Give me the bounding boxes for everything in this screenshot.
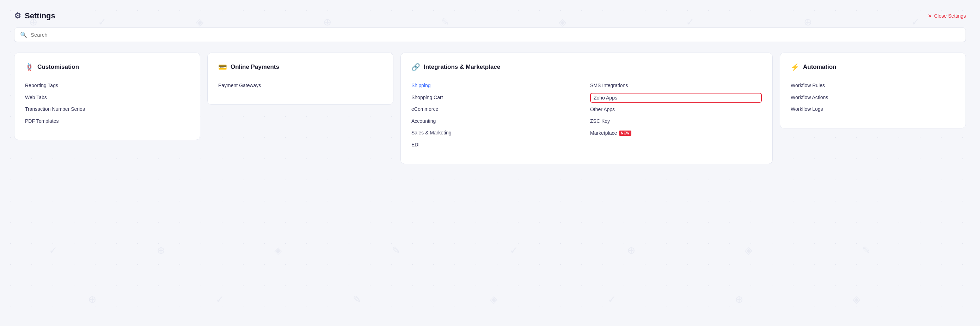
sales-marketing-link[interactable]: Sales & Marketing [411, 127, 583, 139]
zoho-apps-link[interactable]: Zoho Apps [590, 93, 762, 103]
search-container: 🔍 [14, 27, 966, 42]
integrations-col-left: Shipping Shopping Cart eCommerce Account… [411, 80, 583, 151]
reporting-tags-link[interactable]: Reporting Tags [25, 80, 189, 92]
integrations-title: Integrations & Marketplace [424, 64, 500, 70]
payment-gateways-link[interactable]: Payment Gateways [218, 80, 382, 92]
integrations-card: 🔗 Integrations & Marketplace Shipping Sh… [401, 53, 773, 164]
integrations-card-header: 🔗 Integrations & Marketplace [411, 63, 762, 71]
new-badge: NEW [619, 131, 632, 136]
automation-card-header: ⚡ Automation [791, 63, 955, 71]
automation-icon: ⚡ [791, 63, 800, 71]
online-payments-card: 💳 Online Payments Payment Gateways [207, 53, 393, 105]
transaction-number-series-link[interactable]: Transaction Number Series [25, 103, 189, 115]
search-bar: 🔍 [14, 27, 966, 42]
page-wrapper: ⚙ Settings ✕ Close Settings 🔍 🪢 Customis… [0, 0, 980, 178]
automation-title: Automation [803, 64, 836, 70]
online-payments-card-header: 💳 Online Payments [218, 63, 382, 71]
header: ⚙ Settings ✕ Close Settings [14, 7, 966, 27]
zoho-apps-label: Zoho Apps [593, 95, 617, 101]
zsc-key-link[interactable]: ZSC Key [590, 115, 762, 127]
web-tabs-link[interactable]: Web Tabs [25, 92, 189, 104]
marketplace-item: Marketplace NEW [590, 127, 762, 139]
customisation-title: Customisation [37, 64, 79, 70]
shipping-link[interactable]: Shipping [411, 80, 583, 92]
workflow-logs-link[interactable]: Workflow Logs [791, 103, 955, 115]
sms-integrations-link[interactable]: SMS Integrations [590, 80, 762, 92]
ecommerce-link[interactable]: eCommerce [411, 103, 583, 115]
online-payments-title: Online Payments [231, 64, 279, 70]
shopping-cart-link[interactable]: Shopping Cart [411, 92, 583, 104]
edi-link[interactable]: EDI [411, 139, 583, 151]
close-settings-label: Close Settings [934, 13, 966, 19]
pdf-templates-link[interactable]: PDF Templates [25, 115, 189, 127]
search-icon: 🔍 [20, 31, 27, 38]
automation-card: ⚡ Automation Workflow Rules Workflow Act… [780, 53, 966, 128]
workflow-rules-link[interactable]: Workflow Rules [791, 80, 955, 92]
customisation-card: 🪢 Customisation Reporting Tags Web Tabs … [14, 53, 200, 140]
accounting-link[interactable]: Accounting [411, 115, 583, 127]
page-title: ⚙ Settings [14, 11, 55, 21]
gear-icon: ⚙ [14, 11, 21, 21]
cards-grid: 🪢 Customisation Reporting Tags Web Tabs … [14, 53, 966, 164]
search-input[interactable] [31, 32, 960, 38]
close-settings-button[interactable]: ✕ Close Settings [928, 13, 966, 19]
marketplace-link[interactable]: Marketplace [590, 130, 617, 137]
workflow-actions-link[interactable]: Workflow Actions [791, 92, 955, 104]
integrations-body: Shipping Shopping Cart eCommerce Account… [411, 80, 762, 151]
close-icon: ✕ [928, 13, 932, 19]
integrations-col-right: SMS Integrations Zoho Apps Other Apps ZS… [590, 80, 762, 151]
customisation-icon: 🪢 [25, 63, 34, 71]
other-apps-link[interactable]: Other Apps [590, 104, 762, 116]
settings-title: Settings [25, 11, 55, 21]
online-payments-icon: 💳 [218, 63, 227, 71]
customisation-card-header: 🪢 Customisation [25, 63, 189, 71]
integrations-icon: 🔗 [411, 63, 420, 71]
